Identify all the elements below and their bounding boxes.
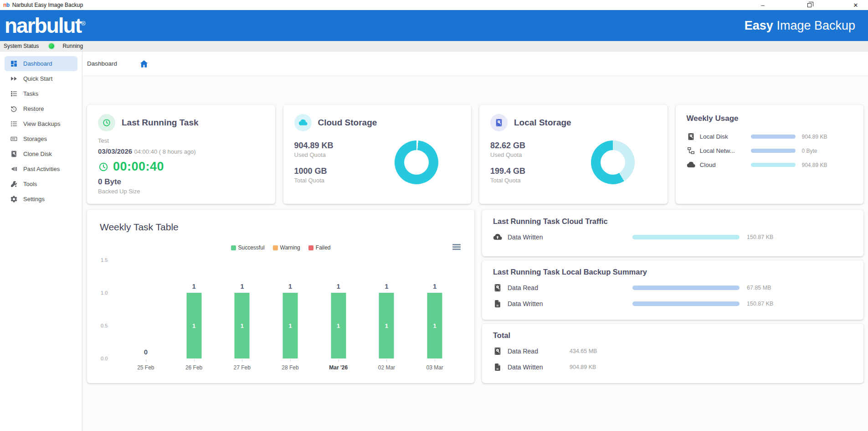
sidebar-item-settings[interactable]: Settings (5, 192, 77, 207)
weekly-usage-title: Weekly Usage (687, 114, 853, 123)
legend-item-warning[interactable]: Warning (273, 244, 300, 251)
sidebar-item-quick-start[interactable]: Quick Start (5, 71, 77, 86)
chart-column-27-feb: 1127 Feb (218, 260, 266, 358)
x-axis-label: 26 Feb (170, 364, 218, 371)
bar-successful-03-mar[interactable]: 1 (427, 293, 442, 358)
sidebar-item-restore[interactable]: Restore (5, 101, 77, 116)
cloud-traffic-row-data-written: Data Written150.87 KB (493, 233, 853, 242)
bar-successful-28-feb[interactable]: 1 (283, 293, 298, 358)
sidebar-item-dashboard[interactable]: Dashboard (5, 56, 77, 71)
sidebar-item-label: Past Activities (23, 166, 60, 172)
bar-total-label: 1 (170, 282, 218, 290)
timer-icon (98, 161, 109, 172)
sidebar-item-storages[interactable]: Storages (5, 131, 77, 146)
file-transfer-icon (493, 299, 502, 308)
x-axis-tick (339, 359, 339, 362)
sidebar-item-clone-disk[interactable]: Clone Disk (5, 146, 77, 161)
weekly-usage-row-cloud: Cloud904.89 KB (687, 161, 853, 169)
status-indicator-icon (49, 43, 54, 49)
sidebar-item-view-backups[interactable]: View Backups (5, 116, 77, 131)
task-list-icon (10, 90, 18, 98)
narbulut-logo: narbulut® (5, 15, 86, 36)
minimize-button[interactable]: – (752, 0, 773, 10)
weekly-usage-row-label: Cloud (700, 161, 751, 168)
local-backup-row-data-written: Data Written150.87 KB (493, 299, 853, 308)
x-axis-tick (146, 359, 146, 362)
cloud-traffic-row-value: 150.87 KB (747, 234, 773, 240)
task-name: Test (98, 137, 264, 144)
bar-total-label: 1 (218, 282, 266, 290)
local-total-quota-value: 199.4 GB (490, 166, 525, 176)
sidebar-item-past-activities[interactable]: Past Activities (5, 161, 77, 177)
chart-column-28-feb: 1128 Feb (266, 260, 314, 358)
last-running-task-title: Last Running Task (122, 118, 199, 128)
cloud-upload-icon (493, 233, 502, 242)
app-icon: nb (3, 2, 10, 8)
product-name: Easy Image Backup (745, 19, 855, 33)
weekly-usage-row-value: 904.89 KB (802, 162, 827, 168)
sidebar-item-tools[interactable]: Tools (5, 177, 77, 192)
chart-menu-icon[interactable] (452, 244, 461, 251)
local-storage-donut-chart (591, 140, 635, 184)
x-axis-label: 25 Feb (122, 364, 170, 371)
bar-successful-27-feb[interactable]: 1 (235, 293, 250, 358)
legend-swatch-icon (231, 245, 236, 250)
local-backup-row-label: Data Read (508, 284, 632, 291)
restore-icon (807, 3, 812, 7)
bar-successful-mar-26[interactable]: 1 (331, 293, 346, 358)
local-backup-row-data-read: Data Read67.85 MB (493, 283, 853, 292)
cloud-storage-donut-chart (395, 140, 438, 184)
weekly-usage-row-local-disk: Local Disk904.89 KB (687, 132, 853, 141)
cloud-storage-title: Cloud Storage (318, 118, 377, 128)
legend-label: Successful (238, 244, 265, 251)
total-card: Total Data Read434.65 MBData Written904.… (482, 324, 863, 383)
x-axis-label: 27 Feb (218, 364, 266, 371)
bar-total-label: 0 (122, 348, 170, 356)
sidebar-item-label: Clone Disk (23, 151, 52, 157)
sidebar-item-tasks[interactable]: Tasks (5, 86, 77, 101)
legend-swatch-icon (273, 245, 278, 250)
sidebar-item-label: Quick Start (23, 75, 52, 82)
local-backup-row-value: 150.87 KB (747, 301, 773, 307)
chart-column-26-feb: 1126 Feb (170, 260, 218, 358)
close-button[interactable]: ✕ (845, 0, 866, 10)
app-header: narbulut® Easy Image Backup (0, 10, 868, 41)
chart-column-03-mar: 1103 Mar (411, 260, 459, 358)
bar-total-label: 1 (411, 282, 459, 290)
x-axis-tick (435, 359, 435, 362)
weekly-usage-rows: Local Disk904.89 KBLocal Netw...0 ByteCl… (687, 132, 853, 169)
cloud-total-quota-label: Total Quota (294, 177, 334, 184)
hard-disk-icon (493, 347, 502, 356)
home-icon[interactable] (139, 59, 149, 69)
restore-button[interactable] (799, 0, 820, 10)
local-total-quota-label: Total Quota (490, 177, 525, 184)
sidebar: DashboardQuick StartTasksRestoreView Bac… (0, 52, 82, 431)
list-numbered-icon (10, 120, 18, 128)
weekly-task-table-title: Weekly Task Table (100, 222, 462, 233)
bar-successful-02-mar[interactable]: 1 (379, 293, 394, 358)
weekly-usage-row-value: 904.89 KB (802, 134, 827, 140)
legend-item-failed[interactable]: Failed (308, 244, 331, 251)
x-axis-label: Mar '26 (314, 364, 363, 371)
dashboard-page: Last Running Task Test 03/03/2026 04:00:… (82, 76, 868, 431)
system-status-value: Running (62, 43, 83, 49)
local-backup-row-value: 67.85 MB (747, 285, 771, 291)
cloud-total-quota-value: 1000 GB (294, 166, 334, 176)
total-title: Total (493, 331, 853, 340)
restore-icon (10, 105, 18, 113)
local-storage-title: Local Storage (514, 118, 571, 128)
cloud-icon (687, 161, 695, 169)
total-row-label: Data Written (508, 363, 562, 371)
x-axis-tick (194, 359, 195, 362)
bar-successful-26-feb[interactable]: 1 (186, 293, 201, 358)
legend-item-successful[interactable]: Successful (231, 244, 265, 251)
sidebar-item-label: Restore (23, 105, 44, 112)
chart-column-mar-26: 11Mar '26 (314, 260, 363, 358)
weekly-usage-row-label: Local Disk (700, 133, 751, 140)
weekly-usage-row-bar (751, 163, 796, 167)
cloud-traffic-title: Last Running Task Cloud Traffic (493, 217, 853, 226)
legend-label: Failed (316, 244, 331, 251)
weekly-usage-row-value: 0 Byte (802, 148, 817, 154)
cloud-traffic-row-bar (632, 235, 740, 239)
cloud-traffic-row-label: Data Written (508, 234, 632, 241)
